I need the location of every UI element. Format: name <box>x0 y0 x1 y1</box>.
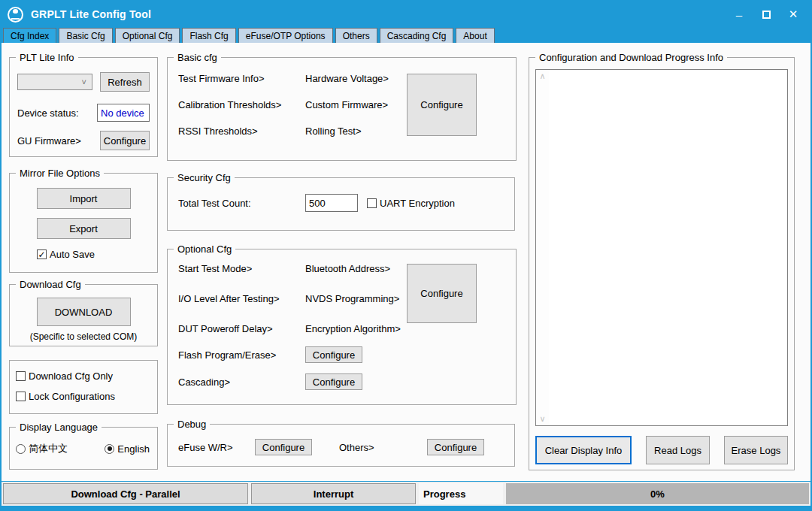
debug-group: Debug eFuse W/R> Configure Others> Confi… <box>167 419 515 467</box>
tab-cfg-index[interactable]: Cfg Index <box>3 28 56 43</box>
optional-cfg-group: Optional Cfg Start Test Mode> I/O Level … <box>167 243 517 405</box>
center-panel: Basic cfg Test Firmware Info> Calibratio… <box>167 52 515 481</box>
tab-flash-cfg[interactable]: Flash Cfg <box>182 28 235 43</box>
test-firmware-info-label: Test Firmware Info> <box>178 74 305 83</box>
download-note: (Specific to selected COM) <box>10 331 157 342</box>
flash-program-erase-label: Flash Program/Erase> <box>178 349 305 361</box>
display-language-title: Display Language <box>16 422 102 433</box>
gu-firmware-configure-button[interactable]: Configure <box>100 131 150 150</box>
basic-cfg-configure-button[interactable]: Configure <box>407 74 477 136</box>
right-panel: Configuration and Download Progress Info… <box>529 52 795 481</box>
auto-save-checkbox[interactable]: ✓ <box>37 249 47 259</box>
custom-firmware-label: Custom Firmware> <box>305 100 407 110</box>
progress-value: 0% <box>650 488 665 500</box>
title-bar: GRPLT Lite Config Tool – ✕ <box>2 2 810 27</box>
close-button[interactable]: ✕ <box>782 5 804 24</box>
uart-encryption-checkbox[interactable] <box>367 198 377 208</box>
page-content: PLT Lite Info ˅ Refresh Device status: N… <box>2 43 810 481</box>
language-english-label: English <box>117 443 150 455</box>
uart-encryption-label: UART Encryption <box>380 198 455 209</box>
com-port-select[interactable]: ˅ <box>17 74 92 90</box>
security-cfg-title: Security Cfg <box>174 172 235 183</box>
interrupt-button[interactable]: Interrupt <box>251 483 416 504</box>
language-chinese-label: 简体中文 <box>29 442 68 455</box>
tab-cascading-cfg[interactable]: Cascading Cfg <box>380 28 454 43</box>
plt-lite-info-title: PLT Lite Info <box>16 52 78 63</box>
download-button[interactable]: DOWNLOAD <box>37 298 131 326</box>
efuse-wr-configure-button[interactable]: Configure <box>255 439 312 455</box>
clear-display-info-button[interactable]: Clear Display Info <box>535 436 632 464</box>
global-options-box: Download Cfg Only Lock Configurations <box>9 360 158 414</box>
app-logo-icon <box>8 7 23 23</box>
mirror-file-options-group: Mirror File Options Import Export ✓ Auto… <box>9 168 158 273</box>
device-status-label: Device status: <box>17 107 79 119</box>
hardware-voltage-label: Hardware Voltage> <box>305 74 407 83</box>
erase-logs-button[interactable]: Erase Logs <box>724 436 788 464</box>
display-language-group: Display Language 简体中文 English <box>9 422 158 470</box>
app-window: GRPLT Lite Config Tool – ✕ Cfg Index Bas… <box>0 0 812 511</box>
progress-bar: 0% <box>506 483 809 504</box>
start-test-mode-label: Start Test Mode> <box>178 264 305 274</box>
download-cfg-group: Download Cfg DOWNLOAD (Specific to selec… <box>9 279 158 346</box>
language-chinese-radio[interactable] <box>16 444 26 454</box>
plt-lite-info-group: PLT Lite Info ˅ Refresh Device status: N… <box>9 52 158 157</box>
download-cfg-only-checkbox[interactable] <box>16 371 26 381</box>
calibration-thresholds-label: Calibration Thresholds> <box>178 100 305 110</box>
tab-basic-cfg[interactable]: Basic Cfg <box>59 28 112 43</box>
left-panel: PLT Lite Info ˅ Refresh Device status: N… <box>9 52 158 481</box>
window-title: GRPLT Lite Config Tool <box>31 8 151 20</box>
language-english-radio[interactable] <box>105 444 114 454</box>
scroll-down-icon[interactable]: ∨ <box>539 415 545 423</box>
flash-program-erase-configure-button[interactable]: Configure <box>305 346 362 363</box>
progress-info-title: Configuration and Download Progress Info <box>535 52 727 63</box>
maximize-button[interactable] <box>755 5 777 24</box>
nvds-programming-label: NVDS Programming> <box>305 294 407 304</box>
maximize-icon <box>762 11 771 19</box>
others-configure-button[interactable]: Configure <box>427 439 484 455</box>
optional-cfg-configure-button[interactable]: Configure <box>407 264 477 323</box>
tab-efuse-otp-options[interactable]: eFuse/OTP Options <box>238 28 333 43</box>
progress-label: Progress <box>419 483 503 504</box>
status-bar: Download Cfg - Parallel Interrupt Progre… <box>2 481 810 506</box>
lock-configurations-checkbox[interactable] <box>16 392 26 401</box>
io-level-after-testing-label: I/O Level After Testing> <box>178 294 305 304</box>
cascading-label: Cascading> <box>178 376 305 388</box>
efuse-wr-label: eFuse W/R> <box>178 442 255 453</box>
auto-save-label: Auto Save <box>50 249 95 260</box>
bluetooth-address-label: Bluetooth Address> <box>305 264 407 274</box>
cascading-configure-button[interactable]: Configure <box>305 373 362 390</box>
basic-cfg-group: Basic cfg Test Firmware Info> Calibratio… <box>167 52 517 161</box>
security-cfg-group: Security Cfg Total Test Count: UART Encr… <box>167 172 515 231</box>
download-cfg-title: Download Cfg <box>16 279 85 290</box>
tab-others[interactable]: Others <box>335 28 377 43</box>
download-cfg-only-label: Download Cfg Only <box>29 370 113 382</box>
rssi-thresholds-label: RSSI Thresholds> <box>178 126 305 136</box>
download-cfg-parallel-button[interactable]: Download Cfg - Parallel <box>3 483 248 504</box>
others-label: Others> <box>339 442 427 453</box>
encryption-algorithm-label: Encryption Algorithm> <box>305 324 407 334</box>
refresh-button[interactable]: Refresh <box>100 72 150 92</box>
log-output-text <box>549 70 787 425</box>
minimize-button[interactable]: – <box>728 5 750 24</box>
debug-title: Debug <box>174 419 210 430</box>
window-bottom-border <box>2 506 810 509</box>
total-test-count-input[interactable] <box>305 194 358 212</box>
read-logs-button[interactable]: Read Logs <box>646 436 710 464</box>
total-test-count-label: Total Test Count: <box>178 198 305 209</box>
log-display-area[interactable]: ∧ ∨ <box>535 69 788 426</box>
export-button[interactable]: Export <box>37 218 131 239</box>
log-scrollbar[interactable]: ∧ ∨ <box>536 70 549 425</box>
scroll-up-icon[interactable]: ∧ <box>539 72 545 80</box>
tab-about[interactable]: About <box>456 28 494 43</box>
progress-info-group: Configuration and Download Progress Info… <box>529 52 795 470</box>
chevron-down-icon: ˅ <box>82 77 86 86</box>
dut-poweroff-delay-label: DUT Poweroff Delay> <box>178 324 305 334</box>
mirror-file-options-title: Mirror File Options <box>16 168 104 179</box>
gu-firmware-label: GU Firmware> <box>17 135 81 147</box>
tab-optional-cfg[interactable]: Optional Cfg <box>115 28 180 43</box>
tab-bar: Cfg Index Basic Cfg Optional Cfg Flash C… <box>2 27 810 43</box>
import-button[interactable]: Import <box>37 188 131 209</box>
rolling-test-label: Rolling Test> <box>305 126 407 136</box>
lock-configurations-label: Lock Configurations <box>29 391 115 402</box>
device-status-value: No device <box>97 104 150 122</box>
